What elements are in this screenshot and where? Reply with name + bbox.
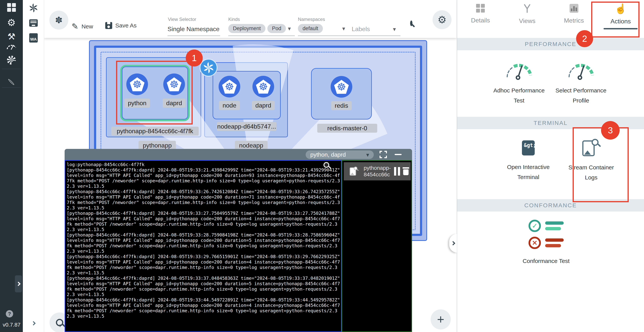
tab-actions[interactable]: ☝ Actions xyxy=(598,0,644,38)
sidebar-divider xyxy=(2,87,21,88)
log-line: log:pythonapp-8454cc66c-4f7fk xyxy=(67,162,340,167)
panel-tabs: Details Views Metrics ☝ Actions xyxy=(457,0,644,38)
pause-icon[interactable] xyxy=(394,167,400,176)
kubernetes-logo-icon: ☸ xyxy=(218,76,240,97)
kanvas-mode-button[interactable]: ✽ xyxy=(49,11,68,29)
designs-inbox-icon[interactable] xyxy=(23,19,44,27)
log-line: [pythonapp-8454cc66c-4f7fk:daprd] 2024-0… xyxy=(67,297,340,319)
view-selector-select[interactable]: Single Namespace ▾ xyxy=(168,25,233,33)
zoom-in-icon: + xyxy=(56,319,63,326)
pencil-icon: ✎ xyxy=(72,22,78,31)
kinds-label: Kinds xyxy=(228,17,240,22)
underline xyxy=(228,35,295,36)
chevron-down-icon: ▾ xyxy=(288,25,291,32)
adhoc-performance-test-action[interactable]: Adhoc Performance Test xyxy=(492,60,546,106)
meshery-spinner-icon[interactable] xyxy=(23,3,44,13)
gauge-icon xyxy=(566,60,596,80)
wasm-filter-icon[interactable]: WA xyxy=(23,33,44,42)
settings-button[interactable]: ⚙ xyxy=(432,10,452,29)
container-label: daprd xyxy=(163,99,186,108)
container-python[interactable]: ☸ python xyxy=(124,73,150,108)
log-line: [pythonapp-8454cc66c-4f7fk:daprd] 2024-0… xyxy=(67,276,340,297)
section-conformance: CONFORMANCE xyxy=(457,199,644,212)
container-filter-select[interactable]: python, daprd ▾ xyxy=(306,150,374,159)
pod-redis[interactable]: ☸ redis xyxy=(311,68,372,119)
kanvas-pin-icon[interactable] xyxy=(0,74,23,83)
labels-filter-input[interactable]: Labels ▾ xyxy=(352,25,396,33)
log-pod-item[interactable]: pythonapp-8454cc66c xyxy=(344,162,411,180)
new-button-label: New xyxy=(82,23,93,30)
drawer-expand-chevron[interactable] xyxy=(23,322,44,325)
namespace-chip[interactable]: default xyxy=(298,24,323,33)
stream-logs-icon xyxy=(582,139,600,157)
gauge-icon xyxy=(504,60,534,80)
select-performance-profile-action[interactable]: Select Performance Profile xyxy=(554,60,608,106)
terminal-prompt-icon: &gt;_ xyxy=(522,140,535,155)
kubernetes-logo-icon: ☸ xyxy=(330,76,352,98)
add-node-button[interactable]: + xyxy=(430,309,451,330)
magnifier-cursor-icon xyxy=(324,162,329,168)
sidebar-expand-button[interactable] xyxy=(15,275,22,292)
deployment-pythonapp[interactable]: ☸ python ☸ daprd pythonapp-8454cc66c-4f7… xyxy=(106,57,201,137)
plus-icon: + xyxy=(437,313,444,326)
details-grid-icon xyxy=(476,4,485,12)
underline xyxy=(168,35,220,36)
kubernetes-logo-icon: ☸ xyxy=(163,73,185,95)
annotation-badge-2: 2 xyxy=(576,30,593,47)
annotation-badge-3: 3 xyxy=(601,121,620,140)
fullscreen-icon[interactable] xyxy=(380,151,387,158)
metrics-bars-icon xyxy=(570,4,578,13)
kind-chip[interactable]: Pod xyxy=(267,24,286,33)
kinds-select[interactable]: Deployment Pod ▾ xyxy=(228,24,291,33)
tab-views[interactable]: Views xyxy=(504,0,551,38)
chevron-down-icon: ▾ xyxy=(342,25,345,32)
namespaces-select[interactable]: default ▾ xyxy=(298,24,345,33)
save-as-button[interactable]: Save As xyxy=(105,22,136,29)
pod-pythonapp-selected[interactable]: ☸ python ☸ daprd xyxy=(120,65,190,121)
toolbox-icon[interactable]: ⚒ xyxy=(0,31,23,42)
log-line: [pythonapp-8454cc66c-4f7fk:daprd] 2024-0… xyxy=(67,232,340,254)
pod-nodeapp[interactable]: ☸ node ☸ daprd xyxy=(212,71,281,119)
log-pod-list: pythonapp-8454cc66c xyxy=(342,160,412,332)
container-label: python xyxy=(124,99,150,108)
open-interactive-terminal-action[interactable]: &gt;_ Open Interactive Terminal xyxy=(501,140,556,182)
trash-icon[interactable] xyxy=(402,167,409,175)
performance-gauge-icon[interactable] xyxy=(0,43,23,50)
new-button[interactable]: ✎ New xyxy=(72,22,93,31)
log-line: [pythonapp-8454cc66c-4f7fk:daprd] 2024-0… xyxy=(67,211,340,232)
container-node[interactable]: ☸ node xyxy=(218,76,240,110)
terminal-header[interactable]: python, daprd ▾ xyxy=(64,149,412,160)
dashboard-icon[interactable] xyxy=(0,3,23,12)
underline xyxy=(351,35,400,36)
kubernetes-logo-icon: ☸ xyxy=(252,76,274,97)
chevron-down-icon: ▾ xyxy=(393,26,396,32)
panel-collapse-button[interactable] xyxy=(449,234,457,253)
help-icon[interactable]: ? xyxy=(6,310,13,318)
log-pod-name: pythonapp-8454cc66c xyxy=(364,165,394,178)
container-label: daprd xyxy=(252,101,275,110)
conformance-checklist-icon: ✓ ✕ xyxy=(528,220,564,249)
minimize-icon[interactable] xyxy=(395,154,402,155)
active-tab-underline xyxy=(604,28,638,29)
dapr-pinwheel-icon[interactable] xyxy=(200,59,218,77)
tab-details[interactable]: Details xyxy=(457,0,504,38)
views-branch-icon xyxy=(523,4,531,13)
container-daprd[interactable]: ☸ daprd xyxy=(252,76,275,110)
deployment-nodeapp[interactable]: ☸ node ☸ daprd nodeapp-d64b5747... xyxy=(204,62,288,137)
container-filter-value: python, daprd xyxy=(310,151,346,158)
container-label: node xyxy=(219,101,240,110)
save-as-label: Save As xyxy=(115,22,136,29)
pod-name-label: nodeapp-d64b5747... xyxy=(217,122,276,131)
settings-gear-icon[interactable]: ⚙ xyxy=(0,17,23,28)
kind-chip[interactable]: Deployment xyxy=(228,24,266,33)
pattern-pie-icon[interactable] xyxy=(0,56,23,65)
stream-logs-icon xyxy=(350,167,358,176)
search-icon[interactable] xyxy=(410,22,412,25)
view-selector-label: View Selector xyxy=(168,17,196,22)
stream-container-logs-action[interactable]: Stream Container Logs xyxy=(564,139,618,183)
container-redis[interactable]: ☸ redis xyxy=(330,76,352,110)
container-daprd[interactable]: ☸ daprd xyxy=(163,73,186,108)
pod-name-label: pythonapp-8454cc66c-4f7fk xyxy=(111,127,199,136)
annotation-badge-1: 1 xyxy=(186,49,203,66)
conformance-test-action[interactable]: ✓ ✕ Conformance Test xyxy=(515,220,577,266)
